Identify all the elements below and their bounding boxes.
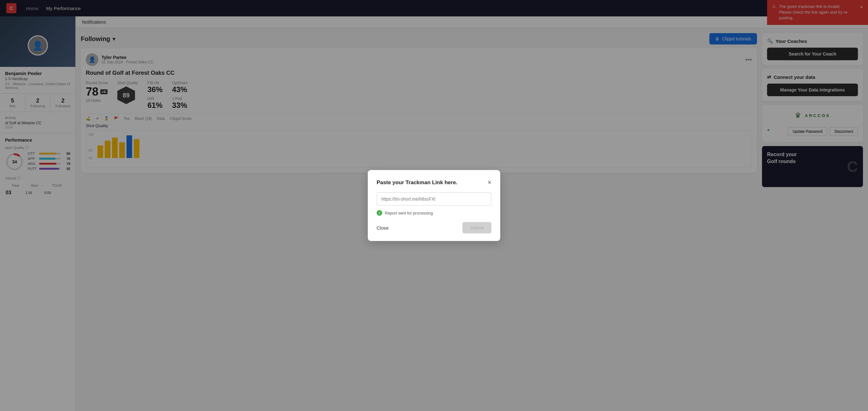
modal-success-message: ✓ Report sent for processing [377, 210, 491, 216]
modal-title: Paste your Trackman Link here. [377, 180, 457, 186]
trackman-modal: Paste your Trackman Link here. × ✓ Repor… [368, 170, 500, 241]
modal-close-button[interactable]: × [488, 179, 491, 186]
trackman-link-input[interactable] [377, 192, 491, 205]
success-icon: ✓ [377, 210, 382, 216]
modal-submit-button[interactable]: Submit [462, 222, 491, 233]
modal-actions: Close Submit [377, 222, 491, 233]
modal-close-action-button[interactable]: Close [377, 225, 389, 230]
modal-header: Paste your Trackman Link here. × [377, 179, 491, 186]
modal-overlay[interactable]: Paste your Trackman Link here. × ✓ Repor… [0, 0, 868, 411]
